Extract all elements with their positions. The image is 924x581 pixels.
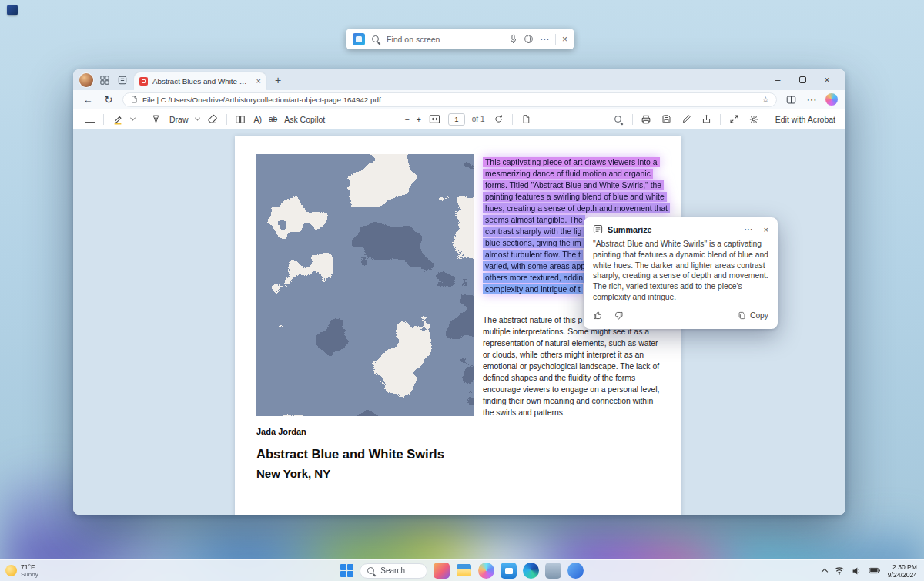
globe-icon[interactable]	[524, 34, 534, 44]
split-screen-icon[interactable]	[784, 95, 798, 105]
chevron-down-icon[interactable]	[130, 116, 136, 121]
tray-chevron-icon[interactable]	[822, 569, 828, 575]
edit-pen-icon[interactable]	[680, 113, 693, 126]
close-icon[interactable]: ×	[562, 34, 567, 45]
tab-close-icon[interactable]: ×	[256, 77, 261, 86]
address-bar[interactable]: File | C:/Users/Onedrive/Arthistorycolle…	[122, 92, 777, 107]
minimize-button[interactable]: –	[765, 69, 790, 90]
highlighter-icon[interactable]	[111, 113, 124, 126]
divider	[555, 34, 556, 45]
browser-window: Abstract Blues and White Swirls by J × +…	[73, 69, 845, 515]
draw-pen-icon[interactable]	[149, 113, 162, 126]
settings-gear-icon[interactable]	[748, 113, 761, 126]
page-view-icon[interactable]	[234, 113, 247, 126]
popup-title: Summarize	[608, 225, 734, 234]
fit-to-width-icon[interactable]	[428, 113, 441, 126]
start-button[interactable]	[340, 564, 354, 578]
thumbs-down-icon[interactable]	[614, 311, 624, 321]
wifi-icon[interactable]	[834, 566, 845, 575]
chevron-down-icon[interactable]	[194, 116, 199, 121]
artwork-title: Abstract Blue and White Swirls	[256, 447, 444, 462]
rotate-icon[interactable]	[492, 113, 505, 126]
date-label: 9/24/2024	[888, 571, 917, 579]
file-icon	[130, 95, 138, 104]
close-icon: ×	[824, 75, 829, 86]
page-number-input[interactable]	[448, 113, 465, 126]
close-button[interactable]: ×	[815, 69, 839, 90]
zoom-out-button[interactable]: −	[405, 115, 410, 124]
weather-temperature: 71°F	[21, 563, 38, 571]
popup-footer: Copy	[584, 303, 778, 329]
browser-tab[interactable]: Abstract Blues and White Swirls by J ×	[134, 72, 266, 90]
eraser-icon[interactable]	[206, 113, 219, 126]
file-explorer-icon[interactable]	[456, 563, 472, 579]
copilot-icon[interactable]	[825, 93, 838, 106]
divider	[768, 114, 768, 125]
highlighted-line: This captivating piece of art draws view…	[483, 154, 668, 166]
divider	[632, 114, 633, 125]
edge-icon[interactable]	[523, 563, 539, 579]
painting-image	[256, 154, 474, 416]
back-button[interactable]: ←	[81, 94, 95, 106]
paragraph-line: finding their own meaning and connection…	[483, 395, 668, 407]
search-icon	[614, 115, 623, 124]
popup-more-icon[interactable]: ⋯	[745, 224, 753, 234]
title-bar[interactable]: Abstract Blues and White Swirls by J × +…	[73, 69, 845, 90]
app-icon-1[interactable]	[545, 563, 561, 579]
volume-icon[interactable]	[852, 566, 862, 576]
app-icon-photos[interactable]	[434, 563, 450, 579]
more-menu-icon[interactable]: ⋯	[805, 94, 819, 106]
save-as-icon[interactable]	[520, 113, 533, 126]
fullscreen-icon[interactable]	[728, 113, 741, 126]
store-icon[interactable]	[500, 563, 517, 579]
tab-actions-icon[interactable]	[116, 74, 129, 86]
ask-copilot-button[interactable]: Ask Copilot	[284, 115, 325, 124]
edit-with-acrobat-button[interactable]: Edit with Acrobat	[775, 115, 835, 124]
print-icon[interactable]	[640, 113, 653, 126]
highlighted-line: mesmerizing dance of fluid motion and or…	[483, 166, 668, 177]
text-annotation-icon[interactable]: ab	[269, 115, 277, 123]
popup-close-icon[interactable]: ×	[764, 225, 768, 234]
battery-icon[interactable]	[869, 567, 881, 574]
summarize-popup: Summarize ⋯ × "Abstract Blue and White S…	[584, 217, 778, 329]
divider	[720, 114, 721, 125]
menu-icon	[85, 116, 95, 123]
new-tab-button[interactable]: +	[275, 74, 281, 86]
find-input[interactable]	[387, 35, 503, 44]
microphone-icon[interactable]	[509, 34, 517, 44]
read-aloud-icon[interactable]: A)	[254, 115, 263, 124]
workspaces-icon[interactable]	[99, 74, 111, 86]
profile-avatar[interactable]	[79, 73, 93, 87]
highlighted-line: forms. Titled "Abstract Blue and White S…	[483, 177, 668, 189]
clock[interactable]: 2:30 PM 9/24/2024	[888, 563, 917, 579]
copy-label: Copy	[750, 311, 768, 320]
sun-icon	[5, 565, 17, 576]
search-label: Search	[380, 566, 405, 575]
taskbar-center: Search	[340, 563, 584, 579]
paragraph-line: encourage viewers to engage on a persona…	[483, 384, 668, 395]
taskbar-search[interactable]: Search	[360, 563, 427, 579]
body-paragraph: The abstract nature of this p multiple i…	[483, 314, 668, 418]
maximize-button[interactable]	[790, 69, 815, 90]
table-of-contents-icon[interactable]	[83, 113, 96, 126]
highlighted-line: hues, creating a sense of depth and move…	[483, 200, 668, 212]
more-options-icon[interactable]: ⋯	[540, 34, 549, 45]
draw-label[interactable]: Draw	[169, 115, 189, 124]
share-icon[interactable]	[700, 113, 713, 126]
navigation-bar: ← ↻ File | C:/Users/Onedrive/Arthistoryc…	[73, 90, 845, 109]
weather-widget[interactable]: 71°F Sunny	[5, 563, 38, 579]
find-on-screen-bar: ⋯ ×	[346, 29, 574, 49]
desktop-shortcut-icon[interactable]	[7, 5, 18, 15]
thumbs-up-icon[interactable]	[593, 311, 603, 321]
copy-button[interactable]: Copy	[738, 311, 768, 320]
favorites-star-icon[interactable]: ☆	[762, 95, 769, 105]
search-icon	[367, 566, 376, 576]
search-document-icon[interactable]	[612, 113, 625, 126]
save-icon[interactable]	[660, 113, 673, 126]
copilot-app-icon[interactable]	[478, 563, 494, 579]
app-icon-2[interactable]	[567, 563, 584, 579]
highlighted-text: complexity and intrigue of t	[483, 284, 583, 294]
visual-search-icon[interactable]	[353, 33, 365, 45]
refresh-button[interactable]: ↻	[102, 94, 116, 106]
zoom-in-button[interactable]: +	[417, 115, 421, 124]
